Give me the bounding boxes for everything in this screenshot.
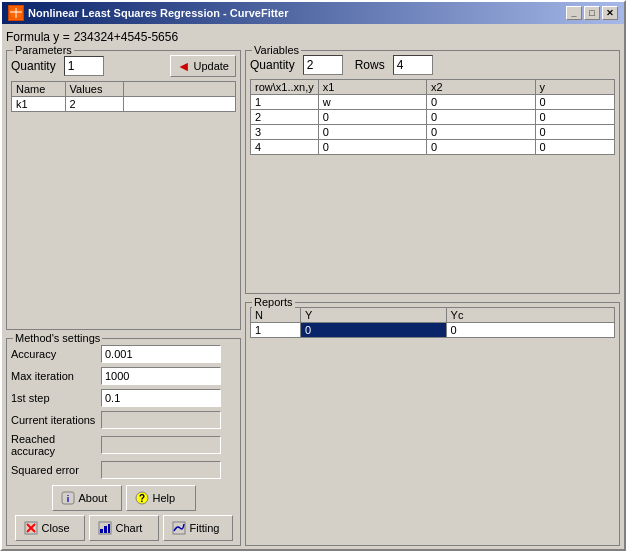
vars-qty-label: Quantity <box>250 58 295 72</box>
params-table: Name Values k1 2 <box>11 81 236 112</box>
table-row: 4 0 0 0 <box>251 140 615 155</box>
svg-text:?: ? <box>138 493 144 504</box>
right-panel: Variables Quantity Rows row\x1..xn,y x1 <box>245 50 620 546</box>
report-n-1: 1 <box>251 323 301 338</box>
report-y-1[interactable]: 0 <box>301 323 447 338</box>
fitting-btn-label: Fitting <box>190 522 220 534</box>
var-x2-1[interactable]: 0 <box>427 95 535 110</box>
close-btn-label: Close <box>42 522 70 534</box>
maximize-button[interactable]: □ <box>584 6 600 20</box>
svg-rect-13 <box>108 524 110 533</box>
svg-rect-11 <box>100 529 103 533</box>
formula-value: 234324+4545-5656 <box>74 30 178 44</box>
table-row: 2 0 0 0 <box>251 110 615 125</box>
var-x1-1[interactable]: w <box>318 95 426 110</box>
max-iter-input[interactable] <box>101 367 221 385</box>
accuracy-input[interactable] <box>101 345 221 363</box>
window-title: Nonlinear Least Squares Regression - Cur… <box>28 7 288 19</box>
close-icon <box>24 521 38 535</box>
method-settings-section: Method's settings Accuracy Max iteration… <box>6 338 241 546</box>
var-y-4[interactable]: 0 <box>535 140 615 155</box>
update-button[interactable]: ◄ Update <box>170 55 236 77</box>
var-x1-4[interactable]: 0 <box>318 140 426 155</box>
table-row: 3 0 0 0 <box>251 125 615 140</box>
vars-rows-input[interactable] <box>393 55 433 75</box>
var-x2-4[interactable]: 0 <box>427 140 535 155</box>
app-icon <box>8 5 24 21</box>
help-icon: ? <box>135 491 149 505</box>
help-button[interactable]: ? Help <box>126 485 196 511</box>
reached-acc-input <box>101 436 221 454</box>
about-icon: i <box>61 491 75 505</box>
var-x1-2[interactable]: 0 <box>318 110 426 125</box>
cur-iter-input <box>101 411 221 429</box>
vars-table: row\x1..xn,y x1 x2 y 1 w 0 0 <box>250 79 615 155</box>
max-iter-row: Max iteration <box>11 367 236 385</box>
params-col-empty <box>124 82 236 97</box>
close-button[interactable]: Close <box>15 515 85 541</box>
var-y-1[interactable]: 0 <box>535 95 615 110</box>
window-content: Formula y = 234324+4545-5656 Parameters … <box>2 24 624 550</box>
cur-iter-label: Current iterations <box>11 414 101 426</box>
report-col-n: N <box>251 308 301 323</box>
max-iter-label: Max iteration <box>11 370 101 382</box>
report-yc-1: 0 <box>446 323 614 338</box>
param-value-cell[interactable]: 2 <box>65 97 123 112</box>
chart-btn-label: Chart <box>116 522 143 534</box>
table-row: 1 0 0 <box>251 323 615 338</box>
params-col-values: Values <box>65 82 123 97</box>
arrow-left-icon: ◄ <box>177 58 191 74</box>
fitting-button[interactable]: Fitting <box>163 515 233 541</box>
update-btn-label: Update <box>194 60 229 72</box>
vars-col-y: y <box>535 80 615 95</box>
reports-section: Reports N Y Yc 1 0 <box>245 302 620 546</box>
params-quantity-row: Quantity ◄ Update <box>11 55 236 77</box>
minimize-button[interactable]: _ <box>566 6 582 20</box>
chart-icon <box>98 521 112 535</box>
params-quantity-input[interactable] <box>64 56 104 76</box>
variables-section: Variables Quantity Rows row\x1..xn,y x1 <box>245 50 620 294</box>
var-x2-3[interactable]: 0 <box>427 125 535 140</box>
accuracy-label: Accuracy <box>11 348 101 360</box>
var-x1-3[interactable]: 0 <box>318 125 426 140</box>
var-row-3: 3 <box>251 125 319 140</box>
title-bar-buttons: _ □ ✕ <box>566 6 618 20</box>
vars-col-x1: x1 <box>318 80 426 95</box>
first-step-input[interactable] <box>101 389 221 407</box>
report-col-y: Y <box>301 308 447 323</box>
var-row-4: 4 <box>251 140 319 155</box>
fitting-icon <box>172 521 186 535</box>
about-button[interactable]: i About <box>52 485 122 511</box>
table-row: 1 w 0 0 <box>251 95 615 110</box>
formula-label: Formula y = <box>6 30 70 44</box>
close-window-button[interactable]: ✕ <box>602 6 618 20</box>
main-window: Nonlinear Least Squares Regression - Cur… <box>0 0 626 551</box>
cur-iter-row: Current iterations <box>11 411 236 429</box>
first-step-label: 1st step <box>11 392 101 404</box>
var-y-2[interactable]: 0 <box>535 110 615 125</box>
vars-col-row: row\x1..xn,y <box>251 80 319 95</box>
var-x2-2[interactable]: 0 <box>427 110 535 125</box>
vars-quantity-input[interactable] <box>303 55 343 75</box>
variables-label: Variables <box>252 44 301 56</box>
left-panel: Parameters Quantity ◄ Update Name <box>6 50 241 546</box>
help-btn-label: Help <box>153 492 176 504</box>
about-btn-label: About <box>79 492 108 504</box>
svg-rect-12 <box>104 526 107 533</box>
var-y-3[interactable]: 0 <box>535 125 615 140</box>
chart-button[interactable]: Chart <box>89 515 159 541</box>
reports-label: Reports <box>252 296 295 308</box>
title-bar: Nonlinear Least Squares Regression - Cur… <box>2 2 624 24</box>
params-qty-label: Quantity <box>11 59 56 73</box>
vars-quantity-row: Quantity Rows <box>250 55 615 75</box>
formula-row: Formula y = 234324+4545-5656 <box>6 28 620 46</box>
table-row: k1 2 <box>12 97 236 112</box>
vars-col-x2: x2 <box>427 80 535 95</box>
reached-acc-label: Reached accuracy <box>11 433 101 457</box>
accuracy-row: Accuracy <box>11 345 236 363</box>
param-name-cell[interactable]: k1 <box>12 97 66 112</box>
var-row-2: 2 <box>251 110 319 125</box>
parameters-section: Parameters Quantity ◄ Update Name <box>6 50 241 330</box>
params-col-name: Name <box>12 82 66 97</box>
report-col-yc: Yc <box>446 308 614 323</box>
